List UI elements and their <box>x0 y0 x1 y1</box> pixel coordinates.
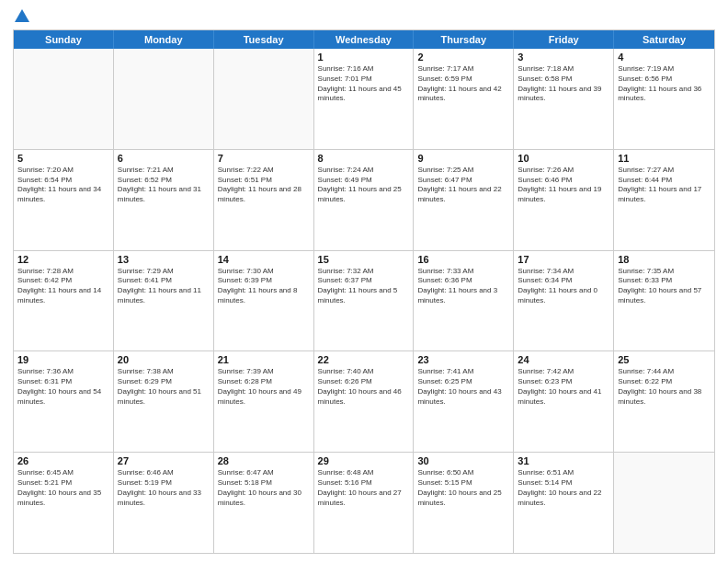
cell-info: Sunrise: 7:44 AM Sunset: 6:22 PM Dayligh… <box>618 367 711 407</box>
calendar-row: 19Sunrise: 7:36 AM Sunset: 6:31 PM Dayli… <box>14 350 714 452</box>
calendar-cell: 29Sunrise: 6:48 AM Sunset: 5:16 PM Dayli… <box>314 453 415 553</box>
cell-info: Sunrise: 7:24 AM Sunset: 6:49 PM Dayligh… <box>318 166 410 205</box>
day-number: 1 <box>318 52 410 63</box>
cell-info: Sunrise: 7:41 AM Sunset: 6:25 PM Dayligh… <box>417 367 509 407</box>
calendar-cell: 19Sunrise: 7:36 AM Sunset: 6:31 PM Dayli… <box>14 351 114 452</box>
calendar-header-day: Saturday <box>614 30 714 49</box>
day-number: 14 <box>218 254 310 265</box>
calendar-row: 1Sunrise: 7:16 AM Sunset: 7:01 PM Daylig… <box>14 49 714 149</box>
calendar-header-day: Sunday <box>14 30 114 49</box>
day-number: 29 <box>318 455 410 466</box>
calendar-cell: 25Sunrise: 7:44 AM Sunset: 6:22 PM Dayli… <box>614 351 714 452</box>
day-number: 5 <box>17 153 109 164</box>
calendar-cell: 24Sunrise: 7:42 AM Sunset: 6:23 PM Dayli… <box>514 351 614 452</box>
day-number: 22 <box>318 354 410 365</box>
cell-info: Sunrise: 7:42 AM Sunset: 6:23 PM Dayligh… <box>518 367 609 407</box>
day-number: 10 <box>518 153 609 164</box>
calendar-cell: 22Sunrise: 7:40 AM Sunset: 6:26 PM Dayli… <box>314 351 415 452</box>
cell-info: Sunrise: 7:35 AM Sunset: 6:33 PM Dayligh… <box>618 267 711 306</box>
day-number: 13 <box>118 254 210 265</box>
calendar-cell: 8Sunrise: 7:24 AM Sunset: 6:49 PM Daylig… <box>314 150 415 250</box>
cell-info: Sunrise: 6:47 AM Sunset: 5:18 PM Dayligh… <box>218 468 310 508</box>
cell-info: Sunrise: 7:20 AM Sunset: 6:54 PM Dayligh… <box>17 166 109 205</box>
calendar-cell: 6Sunrise: 7:21 AM Sunset: 6:52 PM Daylig… <box>114 150 214 250</box>
calendar-cell: 7Sunrise: 7:22 AM Sunset: 6:51 PM Daylig… <box>214 150 314 250</box>
calendar-cell: 10Sunrise: 7:26 AM Sunset: 6:46 PM Dayli… <box>514 150 614 250</box>
calendar-row: 26Sunrise: 6:45 AM Sunset: 5:21 PM Dayli… <box>14 452 714 553</box>
header <box>13 9 715 24</box>
cell-info: Sunrise: 7:27 AM Sunset: 6:44 PM Dayligh… <box>618 166 711 205</box>
cell-info: Sunrise: 7:18 AM Sunset: 6:58 PM Dayligh… <box>518 64 609 104</box>
calendar-row: 5Sunrise: 7:20 AM Sunset: 6:54 PM Daylig… <box>14 149 714 250</box>
page: SundayMondayTuesdayWednesdayThursdayFrid… <box>0 0 728 563</box>
day-number: 18 <box>618 254 711 265</box>
calendar-cell: 30Sunrise: 6:50 AM Sunset: 5:15 PM Dayli… <box>414 453 514 553</box>
day-number: 28 <box>218 455 310 466</box>
logo <box>13 9 29 24</box>
calendar-cell: 27Sunrise: 6:46 AM Sunset: 5:19 PM Dayli… <box>114 453 214 553</box>
day-number: 20 <box>118 354 210 365</box>
day-number: 9 <box>417 153 509 164</box>
calendar-header-day: Thursday <box>414 30 514 49</box>
calendar-cell: 23Sunrise: 7:41 AM Sunset: 6:25 PM Dayli… <box>414 351 514 452</box>
cell-info: Sunrise: 7:32 AM Sunset: 6:37 PM Dayligh… <box>318 267 410 306</box>
calendar-cell: 31Sunrise: 6:51 AM Sunset: 5:14 PM Dayli… <box>514 453 614 553</box>
day-number: 25 <box>618 354 711 365</box>
calendar-cell <box>214 49 314 149</box>
calendar-cell: 14Sunrise: 7:30 AM Sunset: 6:39 PM Dayli… <box>214 251 314 351</box>
calendar-cell <box>614 453 714 553</box>
day-number: 8 <box>318 153 410 164</box>
cell-info: Sunrise: 7:30 AM Sunset: 6:39 PM Dayligh… <box>218 267 310 306</box>
cell-info: Sunrise: 7:34 AM Sunset: 6:34 PM Dayligh… <box>518 267 609 306</box>
day-number: 16 <box>417 254 509 265</box>
cell-info: Sunrise: 7:33 AM Sunset: 6:36 PM Dayligh… <box>417 267 509 306</box>
day-number: 21 <box>218 354 310 365</box>
cell-info: Sunrise: 7:39 AM Sunset: 6:28 PM Dayligh… <box>218 367 310 407</box>
day-number: 12 <box>17 254 109 265</box>
calendar-cell <box>114 49 214 149</box>
calendar-cell: 5Sunrise: 7:20 AM Sunset: 6:54 PM Daylig… <box>14 150 114 250</box>
calendar-header-day: Friday <box>514 30 614 49</box>
calendar-cell: 12Sunrise: 7:28 AM Sunset: 6:42 PM Dayli… <box>14 251 114 351</box>
day-number: 17 <box>518 254 609 265</box>
cell-info: Sunrise: 6:51 AM Sunset: 5:14 PM Dayligh… <box>518 468 609 508</box>
day-number: 27 <box>118 455 210 466</box>
calendar-body: 1Sunrise: 7:16 AM Sunset: 7:01 PM Daylig… <box>14 49 714 553</box>
cell-info: Sunrise: 6:45 AM Sunset: 5:21 PM Dayligh… <box>17 468 109 508</box>
calendar-cell: 9Sunrise: 7:25 AM Sunset: 6:47 PM Daylig… <box>414 150 514 250</box>
calendar-cell: 18Sunrise: 7:35 AM Sunset: 6:33 PM Dayli… <box>614 251 714 351</box>
cell-info: Sunrise: 7:38 AM Sunset: 6:29 PM Dayligh… <box>118 367 210 407</box>
calendar-cell: 11Sunrise: 7:27 AM Sunset: 6:44 PM Dayli… <box>614 150 714 250</box>
day-number: 19 <box>17 354 109 365</box>
day-number: 6 <box>118 153 210 164</box>
day-number: 4 <box>618 52 711 63</box>
calendar: SundayMondayTuesdayWednesdayThursdayFrid… <box>13 29 715 554</box>
day-number: 31 <box>518 455 609 466</box>
cell-info: Sunrise: 7:25 AM Sunset: 6:47 PM Dayligh… <box>417 166 509 205</box>
calendar-header-day: Tuesday <box>214 30 314 49</box>
cell-info: Sunrise: 7:28 AM Sunset: 6:42 PM Dayligh… <box>17 267 109 306</box>
cell-info: Sunrise: 7:22 AM Sunset: 6:51 PM Dayligh… <box>218 166 310 205</box>
calendar-cell: 28Sunrise: 6:47 AM Sunset: 5:18 PM Dayli… <box>214 453 314 553</box>
day-number: 24 <box>518 354 609 365</box>
day-number: 2 <box>417 52 509 63</box>
calendar-cell: 3Sunrise: 7:18 AM Sunset: 6:58 PM Daylig… <box>514 49 614 149</box>
cell-info: Sunrise: 6:48 AM Sunset: 5:16 PM Dayligh… <box>318 468 410 508</box>
day-number: 26 <box>17 455 109 466</box>
day-number: 23 <box>417 354 509 365</box>
calendar-cell: 21Sunrise: 7:39 AM Sunset: 6:28 PM Dayli… <box>214 351 314 452</box>
cell-info: Sunrise: 7:19 AM Sunset: 6:56 PM Dayligh… <box>618 64 711 104</box>
cell-info: Sunrise: 6:50 AM Sunset: 5:15 PM Dayligh… <box>417 468 509 508</box>
cell-info: Sunrise: 6:46 AM Sunset: 5:19 PM Dayligh… <box>118 468 210 508</box>
cell-info: Sunrise: 7:40 AM Sunset: 6:26 PM Dayligh… <box>318 367 410 407</box>
calendar-cell: 1Sunrise: 7:16 AM Sunset: 7:01 PM Daylig… <box>314 49 415 149</box>
calendar-header-day: Monday <box>114 30 214 49</box>
calendar-cell: 20Sunrise: 7:38 AM Sunset: 6:29 PM Dayli… <box>114 351 214 452</box>
cell-info: Sunrise: 7:36 AM Sunset: 6:31 PM Dayligh… <box>17 367 109 407</box>
cell-info: Sunrise: 7:29 AM Sunset: 6:41 PM Dayligh… <box>118 267 210 306</box>
calendar-cell: 2Sunrise: 7:17 AM Sunset: 6:59 PM Daylig… <box>414 49 514 149</box>
calendar-cell: 13Sunrise: 7:29 AM Sunset: 6:41 PM Dayli… <box>114 251 214 351</box>
calendar-cell: 4Sunrise: 7:19 AM Sunset: 6:56 PM Daylig… <box>614 49 714 149</box>
calendar-row: 12Sunrise: 7:28 AM Sunset: 6:42 PM Dayli… <box>14 250 714 351</box>
cell-info: Sunrise: 7:17 AM Sunset: 6:59 PM Dayligh… <box>417 64 509 104</box>
